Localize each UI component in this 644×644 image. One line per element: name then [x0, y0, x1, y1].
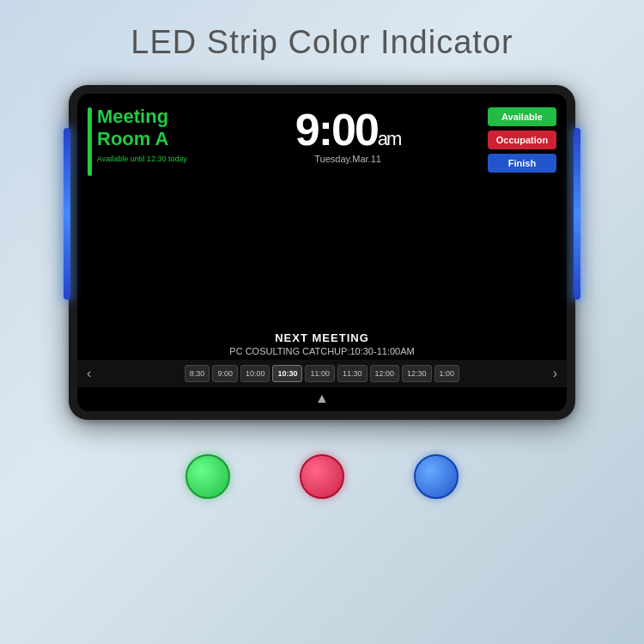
time-slot[interactable]: 11:00: [305, 365, 335, 382]
clock-section: 9:00am Tuesday.Mar.11: [251, 106, 444, 321]
time-slot[interactable]: 8:30: [185, 365, 210, 382]
blue-indicator-dot: [414, 454, 459, 499]
available-text: Available until 12:30 today: [97, 155, 187, 163]
color-indicators: [150, 454, 494, 499]
green-bar: [88, 107, 92, 176]
time-slot[interactable]: 12:00: [370, 365, 400, 382]
time-slot[interactable]: 1:00: [434, 365, 460, 382]
next-meeting-title: NEXT MEETING: [86, 331, 558, 344]
timeline-slots: 8:309:0010:0010:3011:0011:3012:0012:301:…: [96, 365, 547, 382]
next-meeting-section: NEXT MEETING PC COSULTING CATCHUP:10:30-…: [77, 328, 567, 360]
timeline-prev[interactable]: ‹: [84, 366, 94, 381]
room-name: Meeting Room A: [97, 106, 187, 151]
time-slot[interactable]: 10:00: [240, 365, 270, 382]
home-indicator[interactable]: ▲: [77, 387, 567, 411]
available-button[interactable]: Available: [488, 107, 556, 126]
timeline: ‹ 8:309:0010:0010:3011:0011:3012:0012:30…: [77, 360, 567, 387]
time-slot[interactable]: 9:00: [212, 365, 238, 382]
clock-date: Tuesday.Mar.11: [314, 154, 381, 164]
finish-button[interactable]: Finish: [488, 154, 556, 173]
occupation-button[interactable]: Occupation: [488, 131, 556, 149]
page-title: LED Strip Color Indicator: [131, 24, 513, 61]
led-strip-right: [574, 128, 580, 300]
screen-top: Meeting Room A Available until 12:30 tod…: [77, 94, 567, 328]
room-info: Meeting Room A Available until 12:30 tod…: [88, 106, 242, 321]
tablet-device: Meeting Room A Available until 12:30 tod…: [69, 85, 575, 420]
timeline-next[interactable]: ›: [550, 366, 560, 381]
next-meeting-detail: PC COSULTING CATCHUP:10:30-11:00AM: [86, 346, 558, 356]
led-strip-left: [64, 128, 70, 300]
green-indicator-dot: [185, 454, 230, 499]
time-slot[interactable]: 12:30: [402, 365, 432, 382]
room-text: Meeting Room A Available until 12:30 tod…: [97, 106, 187, 163]
red-indicator-dot: [300, 454, 344, 499]
status-buttons: Available Occupation Finish: [453, 106, 556, 321]
tablet-screen: Meeting Room A Available until 12:30 tod…: [77, 94, 567, 411]
time-slot[interactable]: 10:30: [272, 365, 302, 382]
time-slot[interactable]: 11:30: [337, 365, 368, 382]
clock-time: 9:00am: [295, 107, 401, 152]
